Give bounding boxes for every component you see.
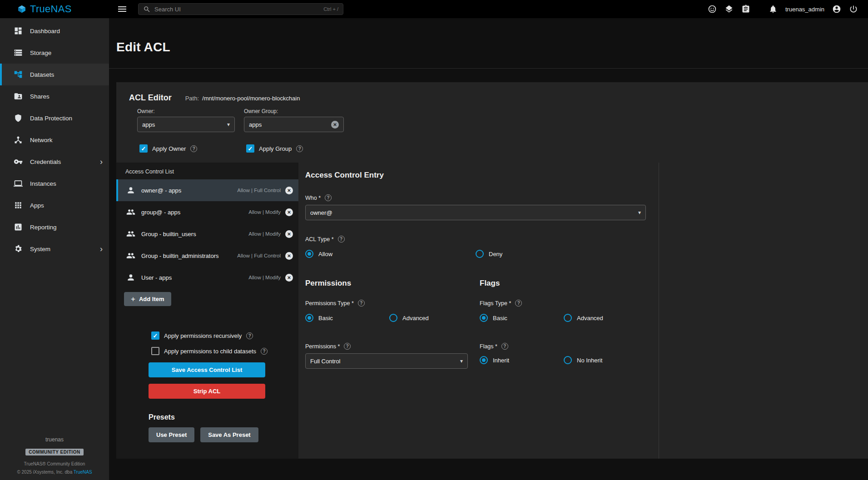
flags-type-label: Flags Type * [480, 300, 511, 307]
remove-entry-icon[interactable]: ✕ [285, 230, 293, 238]
sidebar-item-label: Network [30, 137, 103, 144]
acl-type-label-row: ACL Type * ? [305, 236, 659, 242]
help-icon[interactable]: ? [344, 343, 351, 350]
sidebar-item-network[interactable]: Network [0, 129, 109, 151]
flags-no-inherit-radio[interactable]: No Inherit [564, 356, 659, 364]
acl-type-allow-radio[interactable]: Allow [305, 250, 476, 258]
radio-label: Advanced [402, 315, 429, 322]
flags-inherit-radio[interactable]: Inherit [480, 356, 564, 364]
flags-type-advanced-radio[interactable]: Advanced [564, 314, 659, 322]
acl-entry[interactable]: group@ - apps Allow | Modify ✕ [116, 201, 298, 223]
sidebar-item-label: Apps [30, 202, 103, 209]
truenas-logo-icon [17, 5, 26, 14]
owner-select[interactable]: apps ▾ [137, 117, 235, 132]
apply-owner-checkbox[interactable] [139, 144, 148, 153]
feedback-smiley-icon[interactable] [708, 5, 717, 14]
permissions-type-advanced-radio[interactable]: Advanced [389, 314, 480, 322]
radio-icon[interactable] [305, 250, 313, 258]
search-input[interactable] [154, 6, 320, 13]
acl-entry[interactable]: Group - builtin_administrators Allow | F… [116, 245, 298, 267]
who-value: owner@ [310, 209, 635, 216]
notifications-bell-icon[interactable] [769, 5, 778, 14]
sidebar-item-label: Shares [30, 93, 103, 100]
help-icon[interactable]: ? [296, 145, 303, 152]
permissions-section: Permissions Permissions Type * ? Basic [305, 279, 480, 369]
help-icon[interactable]: ? [261, 348, 268, 355]
radio-icon[interactable] [564, 314, 572, 322]
help-icon[interactable]: ? [246, 332, 253, 339]
access-control-list-panel: Access Control List owner@ - apps Allow … [116, 163, 298, 459]
acl-entry[interactable]: Group - builtin_users Allow | Modify ✕ [116, 223, 298, 245]
clear-icon[interactable]: ✕ [331, 121, 339, 129]
remove-entry-icon[interactable]: ✕ [285, 252, 293, 260]
owner-label: Owner: [137, 108, 235, 114]
who-select[interactable]: owner@ ▾ [305, 205, 646, 220]
help-icon[interactable]: ? [501, 343, 508, 350]
sidebar-item-data-protection[interactable]: Data Protection [0, 107, 109, 129]
help-icon[interactable]: ? [325, 194, 332, 201]
permissions-value: Full Control [310, 358, 456, 365]
radio-icon[interactable] [480, 356, 488, 364]
use-preset-button[interactable]: Use Preset [149, 427, 194, 442]
permissions-select[interactable]: Full Control ▾ [305, 353, 468, 369]
radio-icon[interactable] [564, 356, 572, 364]
remove-entry-icon[interactable]: ✕ [285, 208, 293, 216]
radio-icon[interactable] [305, 314, 313, 322]
menu-icon[interactable] [118, 6, 126, 12]
sidebar-footer: truenas COMMUNITY EDITION TrueNAS® Commu… [0, 436, 109, 475]
acl-entry-permission: Allow | Modify [248, 231, 281, 237]
sidebar-item-instances[interactable]: Instances [0, 173, 109, 194]
remove-entry-icon[interactable]: ✕ [285, 274, 293, 282]
account-icon[interactable] [832, 5, 841, 14]
group-icon [126, 251, 135, 260]
radio-icon[interactable] [476, 250, 484, 258]
flags-type-basic-radio[interactable]: Basic [480, 314, 564, 322]
flags-label: Flags * [480, 343, 497, 350]
jobs-clipboard-icon[interactable] [741, 5, 750, 14]
help-icon[interactable]: ? [338, 236, 345, 242]
apply-group-checkbox[interactable] [246, 144, 254, 153]
help-icon[interactable]: ? [358, 300, 365, 307]
save-acl-button[interactable]: Save Access Control List [149, 362, 265, 377]
power-icon[interactable] [849, 5, 858, 14]
footer-brand-link[interactable]: TrueNAS [74, 470, 92, 475]
acl-entry-who: User - apps [141, 274, 172, 281]
owner-group-input[interactable]: apps ✕ [244, 117, 344, 132]
topbar: TrueNAS Ctrl + / truenas_admin [0, 0, 868, 18]
apply-recursive-checkbox[interactable] [151, 332, 159, 340]
remove-entry-icon[interactable]: ✕ [285, 187, 293, 194]
flags-type-label-row: Flags Type * ? [480, 300, 659, 307]
sidebar-item-label: Dashboard [30, 28, 103, 35]
chevron-down-icon: ▾ [227, 122, 230, 127]
strip-acl-button[interactable]: Strip ACL [149, 384, 265, 399]
help-icon[interactable]: ? [190, 145, 197, 152]
truenas-logo[interactable]: TrueNAS [0, 3, 109, 15]
save-as-preset-button[interactable]: Save As Preset [200, 427, 258, 442]
sidebar-item-system[interactable]: System › [0, 238, 109, 260]
search-shortcut-hint: Ctrl + / [323, 6, 338, 12]
sidebar-item-storage[interactable]: Storage [0, 42, 109, 64]
apply-owner-checkbox-row: Apply Owner ? [137, 144, 235, 153]
acl-entry[interactable]: User - apps Allow | Modify ✕ [116, 267, 298, 288]
acl-entry-permission: Allow | Full Control [237, 253, 281, 258]
radio-label: Basic [493, 315, 507, 322]
key-icon [14, 157, 23, 166]
sidebar-item-apps[interactable]: Apps [0, 194, 109, 216]
global-search[interactable]: Ctrl + / [138, 3, 343, 15]
acl-entry[interactable]: owner@ - apps Allow | Full Control ✕ [116, 179, 298, 201]
acl-type-deny-radio[interactable]: Deny [476, 250, 659, 258]
radio-icon[interactable] [389, 314, 397, 322]
sidebar-item-credentials[interactable]: Credentials › [0, 151, 109, 173]
acl-entry-permission: Allow | Modify [248, 209, 281, 215]
sidebar-item-datasets[interactable]: Datasets [0, 64, 109, 85]
layers-icon[interactable] [724, 5, 734, 14]
sidebar-item-reporting[interactable]: Reporting [0, 216, 109, 238]
sidebar-item-shares[interactable]: Shares [0, 85, 109, 107]
sidebar-item-dashboard[interactable]: Dashboard [0, 20, 109, 42]
help-icon[interactable]: ? [515, 300, 522, 307]
shield-icon [14, 114, 23, 123]
permissions-type-basic-radio[interactable]: Basic [305, 314, 389, 322]
add-item-button[interactable]: + Add Item [124, 292, 171, 306]
radio-icon[interactable] [480, 314, 488, 322]
apply-child-checkbox[interactable] [151, 347, 159, 355]
